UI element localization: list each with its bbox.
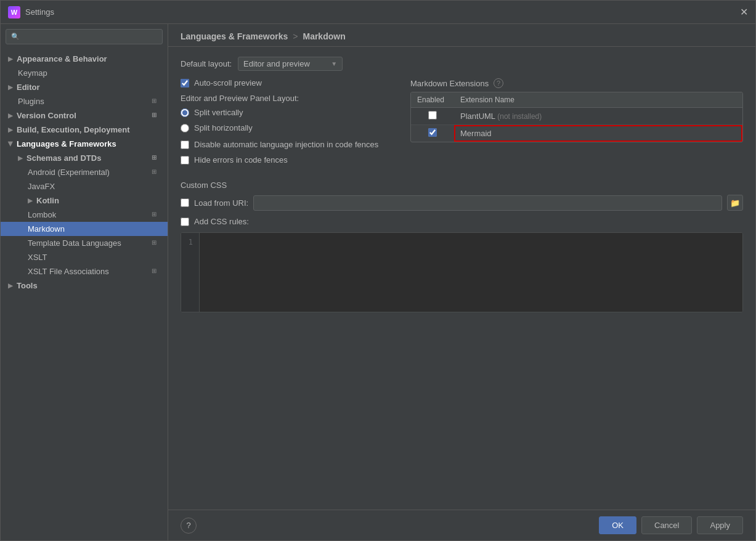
chevron-right-icon-tools: ▶ — [8, 282, 13, 289]
line-number-1: 1 — [187, 238, 193, 246]
add-css-rules-row: Add CSS rules: — [181, 217, 743, 226]
plantuml-name: PlantUML (not installed) — [454, 108, 742, 125]
lombok-label: Lombok — [28, 210, 56, 219]
chevron-right-icon-build: ▶ — [8, 126, 13, 133]
breadcrumb: Languages & Frameworks > Markdown — [168, 24, 755, 47]
disable-injection-row: Disable automatic language injection in … — [181, 140, 398, 149]
ok-button[interactable]: OK — [599, 516, 636, 534]
sidebar-item-javafx[interactable]: JavaFX — [1, 179, 168, 193]
sidebar-item-android[interactable]: Android (Experimental) ⊞ — [1, 165, 168, 179]
help-icon: ? — [186, 521, 190, 530]
build-label: Build, Execution, Deployment — [17, 125, 129, 134]
badge-icon-android: ⊞ — [152, 168, 160, 177]
search-box[interactable]: 🔍 — [6, 29, 163, 44]
sidebar-item-keymap[interactable]: Keymap — [1, 66, 168, 80]
split-horizontally-label: Split horizontally — [194, 123, 253, 132]
sidebar-item-schemas[interactable]: ▶ Schemas and DTDs ⊞ — [1, 151, 168, 165]
plantuml-checkbox[interactable] — [428, 111, 437, 120]
disable-injection-label: Disable automatic language injection in … — [194, 140, 378, 149]
sidebar-item-appearance[interactable]: ▶ Appearance & Behavior — [1, 52, 168, 66]
default-layout-label: Default layout: — [181, 59, 232, 68]
load-uri-label: Load from URI: — [194, 198, 248, 208]
search-icon: 🔍 — [11, 33, 20, 41]
add-css-rules-checkbox[interactable] — [181, 218, 189, 226]
sidebar-item-xslt[interactable]: XSLT — [1, 250, 168, 264]
breadcrumb-separator: > — [293, 31, 298, 41]
plantuml-note: (not installed) — [497, 112, 542, 121]
split-vertically-radio[interactable] — [181, 108, 189, 117]
tools-label: Tools — [17, 281, 38, 290]
xslt-file-label: XSLT File Associations — [28, 267, 109, 276]
sidebar-item-version-control[interactable]: ▶ Version Control ⊞ — [1, 108, 168, 123]
autoscroll-label: Auto-scroll preview — [194, 78, 262, 87]
add-css-rules-label: Add CSS rules: — [194, 217, 249, 226]
close-button[interactable]: ✕ — [740, 7, 748, 17]
extensions-title-row: Markdown Extensions ? — [410, 78, 743, 88]
sidebar-item-plugins[interactable]: Plugins ⊞ — [1, 94, 168, 108]
languages-label: Languages & Frameworks — [17, 139, 116, 148]
cancel-button[interactable]: Cancel — [641, 516, 692, 534]
css-code-content[interactable] — [200, 233, 742, 312]
sidebar-item-lombok[interactable]: Lombok ⊞ — [1, 208, 168, 222]
sidebar-item-xslt-file[interactable]: XSLT File Associations ⊞ — [1, 264, 168, 279]
hide-errors-label: Hide errors in code fences — [194, 155, 288, 165]
css-code-editor[interactable]: 1 — [181, 232, 743, 312]
folder-button[interactable]: 📁 — [727, 195, 743, 211]
window-title: Settings — [25, 7, 54, 17]
hide-errors-checkbox[interactable] — [181, 156, 189, 165]
xslt-label: XSLT — [28, 253, 47, 262]
right-column: Markdown Extensions ? Enabled Extension … — [410, 78, 743, 142]
hide-errors-row: Hide errors in code fences — [181, 155, 398, 165]
load-uri-checkbox[interactable] — [181, 198, 189, 207]
sidebar-item-template-data[interactable]: Template Data Languages ⊞ — [1, 236, 168, 250]
autoscroll-checkbox[interactable] — [181, 79, 189, 87]
chevron-right-icon: ▶ — [8, 55, 13, 62]
schemas-label: Schemas and DTDs — [26, 153, 101, 163]
apply-button[interactable]: Apply — [697, 516, 743, 534]
help-button[interactable]: ? — [181, 518, 197, 534]
uri-input[interactable] — [253, 195, 722, 211]
settings-window: W Settings ✕ 🔍 ▶ Appearance & Behavior K… — [0, 0, 756, 541]
badge-icon-template: ⊞ — [152, 239, 160, 248]
custom-css-section: Custom CSS Load from URI: 📁 Add CSS rule… — [181, 181, 743, 312]
sidebar-item-tools[interactable]: ▶ Tools — [1, 279, 168, 293]
title-bar: W Settings ✕ — [1, 1, 755, 24]
default-layout-row: Default layout: Editor and preview ▼ — [181, 57, 743, 71]
android-label: Android (Experimental) — [28, 168, 110, 177]
sidebar-item-editor[interactable]: ▶ Editor — [1, 80, 168, 94]
editor-label: Editor — [17, 83, 40, 92]
mermaid-checkbox[interactable] — [428, 128, 437, 137]
plugins-label: Plugins — [18, 97, 44, 106]
chevron-right-icon-schemas: ▶ — [18, 155, 23, 161]
breadcrumb-current: Markdown — [303, 31, 345, 41]
sidebar-item-languages[interactable]: ▶ Languages & Frameworks — [1, 137, 168, 151]
col-enabled-header: Enabled — [411, 92, 454, 108]
extensions-table-container: Enabled Extension Name — [410, 92, 743, 142]
default-layout-dropdown[interactable]: Editor and preview ▼ — [238, 57, 343, 71]
sidebar-item-build[interactable]: ▶ Build, Execution, Deployment — [1, 123, 168, 137]
sidebar-item-markdown[interactable]: Markdown — [1, 222, 168, 236]
search-input[interactable] — [23, 32, 157, 41]
split-horizontally-radio[interactable] — [181, 124, 189, 132]
dropdown-arrow-icon: ▼ — [331, 60, 337, 67]
sidebar-item-kotlin[interactable]: ▶ Kotlin — [1, 193, 168, 208]
bottom-bar: ? OK Cancel Apply — [168, 510, 755, 540]
two-col-layout: Auto-scroll preview Editor and Preview P… — [181, 78, 743, 171]
extensions-help-icon[interactable]: ? — [494, 78, 503, 88]
line-numbers: 1 — [181, 233, 200, 312]
chevron-right-icon-editor: ▶ — [8, 84, 13, 91]
markdown-label: Markdown — [28, 224, 65, 234]
autoscroll-row: Auto-scroll preview — [181, 78, 398, 87]
disable-injection-checkbox[interactable] — [181, 140, 189, 149]
col-name-header: Extension Name — [454, 92, 742, 108]
table-row: Mermaid — [411, 125, 742, 142]
template-data-label: Template Data Languages — [28, 238, 121, 248]
split-vertically-row: Split vertically — [181, 108, 398, 117]
badge-icon-xslt: ⊞ — [152, 267, 160, 276]
keymap-label: Keymap — [18, 68, 47, 78]
panel-layout-title: Editor and Preview Panel Layout: — [181, 94, 398, 103]
split-vertically-label: Split vertically — [194, 108, 243, 117]
extensions-title: Markdown Extensions — [410, 79, 489, 88]
table-row: PlantUML (not installed) — [411, 108, 742, 125]
uri-row: Load from URI: 📁 — [181, 195, 743, 211]
